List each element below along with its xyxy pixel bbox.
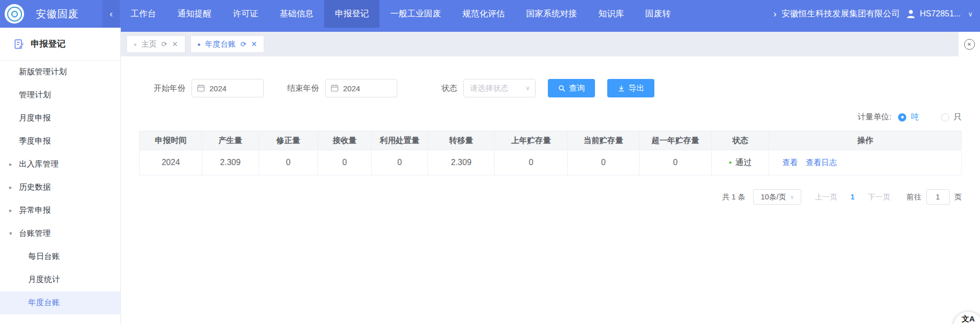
col-over-one-year-storage: 超一年贮存量 [639, 131, 711, 150]
chevron-left-icon: ‹ [110, 8, 113, 19]
goto-page-input[interactable] [926, 189, 950, 205]
tab-bar: ● 主页 ⟳ ✕ ● 年度台账 ⟳ ✕ ✕ [121, 32, 980, 56]
close-icon[interactable]: ✕ [251, 40, 257, 48]
col-transferred: 转移量 [428, 131, 495, 150]
annual-ledger-table: 申报时间 产生量 修正量 接收量 利用处置量 转移量 上年贮存量 当前贮存量 超… [139, 131, 962, 175]
nav-item-knowledge-base[interactable]: 知识库 [588, 0, 635, 28]
app-logo [5, 4, 24, 24]
start-year-label: 开始年份 [154, 83, 185, 94]
sidebar: 申报登记 新版管理计划 管理计划 月度申报 季度申报 ▸ 出入库管理 ▸ 历史数… [0, 28, 121, 324]
top-navbar: 安徽固废 ‹ 工作台 通知提醒 许可证 基础信息 申报登记 一般工业固废 规范化… [0, 0, 980, 28]
tab-home[interactable]: ● 主页 ⟳ ✕ [126, 35, 185, 53]
header-strip [121, 28, 980, 32]
sidebar-item-inout-warehouse[interactable]: ▸ 出入库管理 [0, 153, 120, 176]
download-icon [617, 85, 625, 92]
radio-piece-label[interactable]: 只 [954, 112, 962, 123]
search-button[interactable]: 查询 [548, 79, 595, 97]
nav-item-declaration[interactable]: 申报登记 [324, 0, 379, 28]
cell-generated: 2.309 [202, 150, 259, 175]
filter-bar: 开始年份 结束年份 [154, 79, 962, 97]
total-count: 共 1 条 [722, 192, 745, 202]
page-number-1[interactable]: 1 [850, 193, 855, 201]
cell-corrected: 0 [259, 150, 318, 175]
chevron-down-icon: ▾ [9, 230, 19, 237]
page-size-select[interactable]: 10条/页 ∨ [753, 189, 801, 205]
nav-item-license[interactable]: 许可证 [222, 0, 269, 28]
close-circle-icon: ✕ [964, 39, 975, 50]
pagination: 共 1 条 10条/页 ∨ 上一页 1 下一页 前往 页 [139, 189, 962, 205]
tab-dot-icon: ● [198, 42, 201, 47]
sidebar-title: 申报登记 [31, 38, 66, 50]
col-declaration-time: 申报时间 [140, 131, 202, 150]
nav-item-standardization-assessment[interactable]: 规范化评估 [452, 0, 516, 28]
radio-ton[interactable] [898, 113, 906, 121]
status-select[interactable]: 请选择状态 ∨ [463, 79, 536, 97]
col-generated: 产生量 [202, 131, 259, 150]
nav-item-notifications[interactable]: 通知提醒 [167, 0, 222, 28]
navbar-right-section: › 安徽恒生科技发展集团有限公司 HS72851... ∨ [772, 8, 980, 19]
goto-suffix-label: 页 [954, 192, 962, 202]
cell-prev-year-storage: 0 [495, 150, 568, 175]
chevron-right-icon: ▸ [9, 184, 19, 191]
goto-label: 前往 [907, 192, 922, 202]
close-all-tabs-button[interactable]: ✕ [958, 32, 980, 56]
calendar-icon [197, 84, 205, 92]
tab-annual-ledger[interactable]: ● 年度台账 ⟳ ✕ [190, 35, 265, 53]
nav-item-basic-info[interactable]: 基础信息 [269, 0, 324, 28]
sidebar-item-new-management-plan[interactable]: 新版管理计划 [0, 60, 120, 84]
nav-overflow-arrow-icon[interactable]: › [772, 9, 781, 19]
col-prev-year-storage: 上年贮存量 [495, 131, 568, 150]
table-row: 2024 2.309 0 0 0 2.309 0 0 0 ●通过 [140, 150, 962, 175]
status-badge: 通过 [735, 158, 752, 167]
sidebar-header: 申报登记 [0, 28, 120, 60]
view-link[interactable]: 查看 [782, 158, 798, 167]
sidebar-item-monthly-declaration[interactable]: 月度申报 [0, 107, 120, 130]
nav-item-waste-transfer[interactable]: 固废转 [634, 0, 681, 28]
col-corrected: 修正量 [259, 131, 318, 150]
close-icon[interactable]: ✕ [172, 40, 178, 48]
cell-operations: 查看查看日志 [769, 150, 962, 175]
cell-declaration-time: 2024 [140, 150, 202, 175]
brand-title: 安徽固废 [36, 7, 79, 21]
cell-status: ●通过 [712, 150, 769, 175]
nav-menu: 工作台 通知提醒 许可证 基础信息 申报登记 一般工业固废 规范化评估 国家系统… [120, 0, 772, 28]
sidebar-item-management-plan[interactable]: 管理计划 [0, 84, 120, 107]
username-text: HS72851... [920, 9, 961, 18]
radio-ton-label[interactable]: 吨 [911, 112, 919, 123]
user-menu-caret-icon[interactable]: ∨ [968, 10, 973, 18]
next-page-button[interactable]: 下一页 [868, 192, 890, 202]
nav-item-general-industrial-waste[interactable]: 一般工业固废 [379, 0, 452, 28]
sidebar-item-ledger-management[interactable]: ▾ 台账管理 [0, 222, 120, 245]
col-utilized-disposed: 利用处置量 [371, 131, 428, 150]
sidebar-item-quarterly-declaration[interactable]: 季度申报 [0, 130, 120, 153]
nav-item-national-system[interactable]: 国家系统对接 [516, 0, 588, 28]
view-log-link[interactable]: 查看日志 [806, 158, 837, 167]
refresh-icon[interactable]: ⟳ [161, 40, 167, 48]
chevron-right-icon: ▸ [9, 207, 19, 214]
document-edit-icon [14, 39, 24, 49]
radio-piece[interactable] [941, 113, 949, 121]
sidebar-item-historical-data[interactable]: ▸ 历史数据 [0, 176, 120, 199]
translate-icon: 文A [962, 314, 975, 324]
sidebar-item-daily-ledger[interactable]: 每日台账 [0, 245, 120, 268]
status-label: 状态 [441, 83, 457, 94]
nav-item-workbench[interactable]: 工作台 [120, 0, 167, 28]
export-button[interactable]: 导出 [607, 79, 654, 97]
calendar-icon [330, 84, 339, 92]
user-icon [906, 9, 916, 19]
sidebar-item-annual-ledger[interactable]: 年度台账 [0, 291, 120, 314]
refresh-icon[interactable]: ⟳ [241, 40, 247, 48]
chevron-right-icon: ▸ [9, 161, 19, 168]
app-window: 安徽固废 ‹ 工作台 通知提醒 许可证 基础信息 申报登记 一般工业固废 规范化… [0, 0, 980, 324]
tab-dot-icon: ● [134, 42, 137, 47]
search-icon [558, 85, 566, 92]
col-current-storage: 当前贮存量 [568, 131, 640, 150]
unit-label: 计量单位: [858, 112, 891, 123]
sidebar-item-abnormal-declaration[interactable]: ▸ 异常申报 [0, 199, 120, 222]
prev-page-button[interactable]: 上一页 [815, 192, 837, 202]
col-operations: 操作 [769, 131, 962, 150]
cell-received: 0 [318, 150, 371, 175]
nav-collapse-button[interactable]: ‹ [102, 0, 120, 28]
cell-utilized-disposed: 0 [371, 150, 428, 175]
sidebar-item-monthly-statistics[interactable]: 月度统计 [0, 268, 120, 291]
